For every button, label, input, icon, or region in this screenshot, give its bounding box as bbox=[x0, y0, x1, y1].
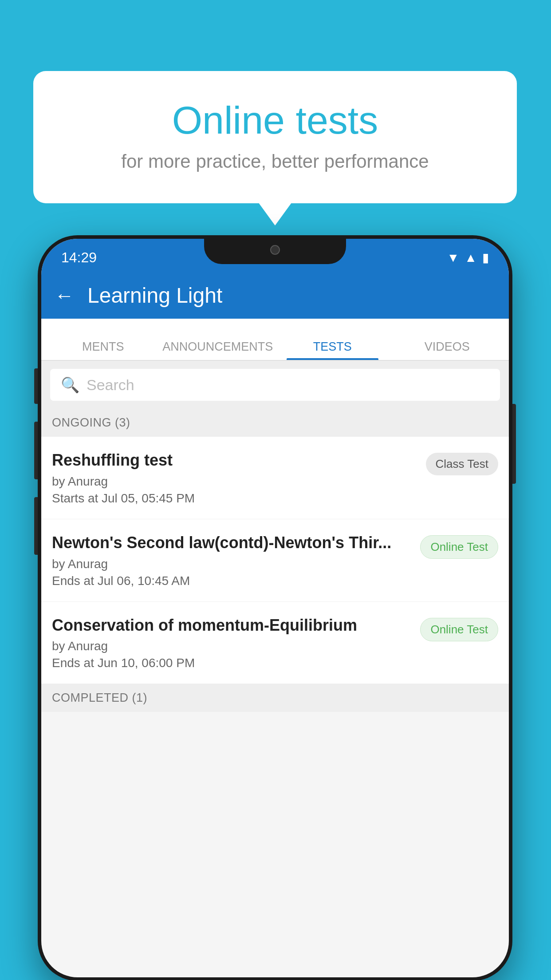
tabs-bar: MENTS ANNOUNCEMENTS TESTS VIDEOS bbox=[41, 319, 509, 361]
bubble-title: Online tests bbox=[69, 98, 481, 143]
side-button-vol-down bbox=[34, 422, 38, 479]
tab-tests[interactable]: TESTS bbox=[275, 340, 390, 360]
search-bar[interactable]: 🔍 Search bbox=[50, 369, 500, 401]
status-icons: ▼ ▲ ▮ bbox=[447, 250, 489, 265]
signal-icon: ▲ bbox=[464, 251, 477, 265]
search-input[interactable]: Search bbox=[87, 376, 134, 394]
test-name: Conservation of momentum-Equilibrium bbox=[52, 615, 411, 636]
test-name: Newton's Second law(contd)-Newton's Thir… bbox=[52, 533, 411, 553]
test-info: Newton's Second law(contd)-Newton's Thir… bbox=[52, 533, 420, 588]
phone-notch bbox=[204, 235, 346, 264]
wifi-icon: ▼ bbox=[447, 251, 460, 265]
test-author: by Anurag bbox=[52, 557, 411, 571]
tab-announcements[interactable]: ANNOUNCEMENTS bbox=[161, 340, 276, 360]
list-item[interactable]: Newton's Second law(contd)-Newton's Thir… bbox=[41, 519, 509, 602]
test-name: Reshuffling test bbox=[52, 450, 417, 471]
battery-icon: ▮ bbox=[482, 250, 489, 265]
test-badge-class: Class Test bbox=[426, 453, 498, 475]
phone-frame: 14:29 ▼ ▲ ▮ ← Learning Light MENTS ANNOU… bbox=[38, 235, 512, 980]
phone-screen: 14:29 ▼ ▲ ▮ ← Learning Light MENTS ANNOU… bbox=[41, 239, 509, 977]
test-badge-online: Online Test bbox=[420, 535, 498, 559]
bubble-subtitle: for more practice, better performance bbox=[69, 151, 481, 172]
phone-wrapper: 14:29 ▼ ▲ ▮ ← Learning Light MENTS ANNOU… bbox=[38, 235, 512, 980]
test-list: Reshuffling test by Anurag Starts at Jul… bbox=[41, 437, 509, 684]
test-author: by Anurag bbox=[52, 639, 411, 653]
camera-dot bbox=[270, 245, 280, 255]
tab-videos[interactable]: VIDEOS bbox=[390, 340, 505, 360]
section-ongoing-header: ONGOING (3) bbox=[41, 409, 509, 437]
test-badge-online: Online Test bbox=[420, 618, 498, 641]
list-item[interactable]: Reshuffling test by Anurag Starts at Jul… bbox=[41, 437, 509, 519]
test-time: Starts at Jul 05, 05:45 PM bbox=[52, 491, 417, 506]
search-container: 🔍 Search bbox=[41, 361, 509, 409]
tab-ments[interactable]: MENTS bbox=[46, 340, 161, 360]
test-info: Conservation of momentum-Equilibrium by … bbox=[52, 615, 420, 671]
speech-bubble: Online tests for more practice, better p… bbox=[33, 71, 517, 203]
search-icon: 🔍 bbox=[61, 376, 79, 394]
side-button-power bbox=[512, 404, 516, 484]
side-button-vol-down2 bbox=[34, 497, 38, 555]
app-title: Learning Light bbox=[87, 283, 222, 308]
list-item[interactable]: Conservation of momentum-Equilibrium by … bbox=[41, 602, 509, 684]
back-button[interactable]: ← bbox=[55, 285, 74, 307]
test-info: Reshuffling test by Anurag Starts at Jul… bbox=[52, 450, 426, 506]
test-author: by Anurag bbox=[52, 474, 417, 489]
section-completed-header: COMPLETED (1) bbox=[41, 684, 509, 712]
test-time: Ends at Jun 10, 06:00 PM bbox=[52, 656, 411, 670]
status-time: 14:29 bbox=[61, 249, 97, 266]
top-bar: ← Learning Light bbox=[41, 272, 509, 319]
side-button-vol-up bbox=[34, 368, 38, 404]
test-time: Ends at Jul 06, 10:45 AM bbox=[52, 574, 411, 588]
